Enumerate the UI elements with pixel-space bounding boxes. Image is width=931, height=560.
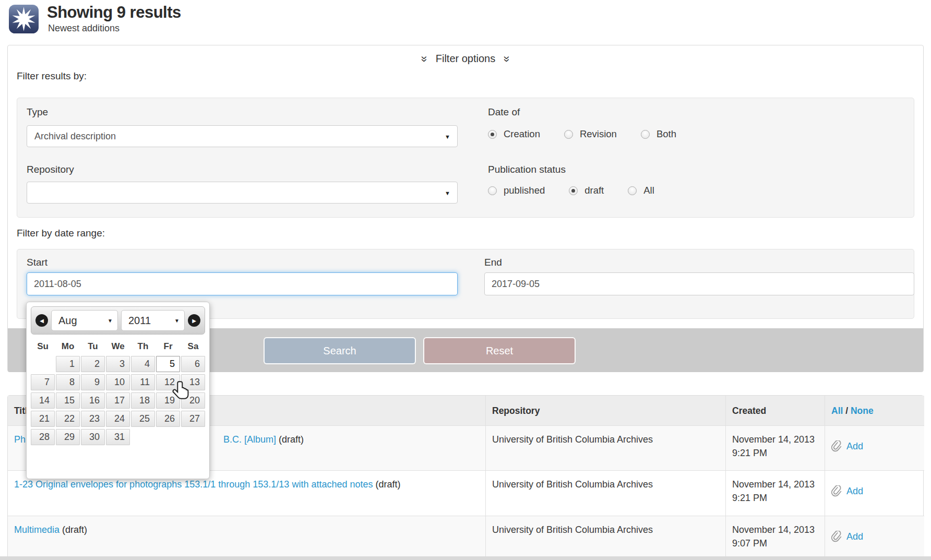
hand-cursor-icon	[172, 380, 190, 401]
search-button[interactable]: Search	[264, 337, 416, 364]
month-select-value: Aug	[58, 315, 77, 326]
day-cell[interactable]: 21	[31, 411, 55, 427]
double-chevron-down-icon: »	[501, 55, 512, 62]
day-cell[interactable]: 29	[56, 429, 80, 445]
filter-results-by-label: Filter results by:	[17, 70, 87, 82]
weekday-label: Su	[31, 341, 55, 352]
day-cell[interactable]: 8	[56, 374, 80, 390]
paperclip-icon	[831, 440, 842, 452]
date-of-radio-group: Creation Revision Both	[488, 128, 700, 140]
radio-button[interactable]	[488, 130, 497, 139]
radio-label: Both	[657, 128, 676, 140]
end-date-input[interactable]	[484, 272, 914, 295]
radio-option-creation[interactable]: Creation	[488, 128, 540, 140]
day-cell[interactable]: 4	[131, 356, 155, 372]
day-cell[interactable]: 5	[156, 356, 180, 372]
status-badge: (draft)	[279, 434, 304, 445]
day-cell[interactable]: 7	[31, 374, 55, 390]
radio-option-published[interactable]: published	[488, 185, 545, 196]
day-cell[interactable]: 11	[131, 374, 155, 390]
publication-status-label: Publication status	[488, 164, 566, 175]
end-date-label: End	[484, 257, 502, 268]
add-link[interactable]: Add	[846, 530, 863, 543]
day-cell[interactable]: 14	[31, 392, 55, 409]
day-cell[interactable]: 26	[156, 411, 180, 427]
date-of-label: Date of	[488, 106, 520, 118]
result-title-link[interactable]: 1-23 Original envelopes for photographs …	[14, 479, 373, 490]
day-cell-empty	[131, 429, 155, 445]
double-chevron-down-icon: »	[419, 55, 430, 62]
radio-button[interactable]	[569, 186, 578, 195]
filter-options-label: Filter options	[436, 53, 496, 65]
radio-label: Revision	[580, 128, 617, 140]
radio-button[interactable]	[564, 130, 573, 139]
radio-button[interactable]	[628, 186, 637, 195]
radio-option-draft[interactable]: draft	[569, 185, 604, 196]
paperclip-icon	[831, 485, 842, 497]
filter-options-toggle[interactable]: » Filter options »	[8, 45, 923, 65]
start-date-input[interactable]	[27, 272, 458, 295]
add-link[interactable]: Add	[846, 484, 863, 498]
result-title-link[interactable]: Ph	[14, 434, 26, 445]
type-select[interactable]: Archival description ▼	[27, 125, 458, 147]
day-cell-empty	[181, 429, 205, 445]
day-cell[interactable]: 31	[106, 429, 130, 445]
radio-label: Creation	[504, 128, 540, 140]
repository-select[interactable]: ▼	[27, 182, 458, 204]
table-row-action: Add	[825, 516, 924, 557]
column-header-select: All / None	[825, 396, 924, 426]
day-cell[interactable]: 25	[131, 411, 155, 427]
day-cell[interactable]: 6	[181, 356, 205, 372]
radio-option-both[interactable]: Both	[641, 128, 676, 140]
start-date-label: Start	[27, 257, 47, 268]
day-cell[interactable]: 17	[106, 392, 130, 409]
day-cell[interactable]: 24	[106, 411, 130, 427]
radio-option-revision[interactable]: Revision	[564, 128, 617, 140]
table-row-created: November 14, 2013 9:21 PM	[726, 471, 825, 516]
prev-month-button[interactable]: ◀	[35, 314, 48, 327]
next-month-button[interactable]: ▶	[188, 314, 200, 327]
day-cell[interactable]: 27	[181, 411, 205, 427]
year-select[interactable]: 2011 ▼	[121, 310, 185, 331]
day-cell[interactable]: 2	[81, 356, 105, 372]
result-title-link[interactable]: B.C. [Album]	[223, 434, 276, 445]
prev-arrow-icon: ◀	[40, 318, 44, 324]
radio-button[interactable]	[488, 186, 497, 195]
radio-button[interactable]	[641, 130, 650, 139]
day-cell[interactable]: 9	[81, 374, 105, 390]
table-row-title: Multimedia (draft)	[8, 516, 486, 557]
day-cell[interactable]: 15	[56, 392, 80, 409]
radio-option-all[interactable]: All	[628, 185, 654, 196]
day-cell[interactable]: 10	[106, 374, 130, 390]
weekday-label: Tu	[81, 341, 105, 352]
month-select[interactable]: Aug ▼	[51, 310, 118, 331]
column-header-repository[interactable]: Repository	[486, 396, 726, 426]
column-header-created[interactable]: Created	[726, 396, 825, 426]
day-cell[interactable]: 18	[131, 392, 155, 409]
table-row-created: November 14, 2013 9:21 PM	[726, 426, 825, 471]
day-cell[interactable]: 23	[81, 411, 105, 427]
select-none-link[interactable]: None	[851, 406, 874, 416]
day-cell[interactable]: 22	[56, 411, 80, 427]
logo-starburst-icon[interactable]	[7, 4, 40, 34]
day-cell[interactable]: 30	[81, 429, 105, 445]
result-title-link[interactable]: Multimedia	[14, 525, 59, 535]
weekday-label: We	[106, 341, 130, 352]
weekday-label: Th	[131, 341, 155, 352]
day-cell[interactable]: 1	[56, 356, 80, 372]
day-cell[interactable]: 28	[31, 429, 55, 445]
page-title: Showing 9 results	[47, 3, 181, 22]
day-cell[interactable]: 3	[106, 356, 130, 372]
repository-label: Repository	[27, 164, 74, 175]
table-row-repository: University of British Columbia Archives	[486, 516, 726, 557]
reset-button[interactable]: Reset	[423, 337, 576, 364]
add-link[interactable]: Add	[846, 439, 863, 453]
next-arrow-icon: ▶	[192, 318, 196, 324]
day-cell-empty	[156, 429, 180, 445]
select-separator: /	[843, 406, 851, 416]
day-cell[interactable]: 16	[81, 392, 105, 409]
radio-label: All	[643, 185, 654, 196]
table-row-action: Add	[825, 426, 924, 471]
datepicker-weekday-row: SuMoTuWeThFrSa	[31, 341, 205, 352]
select-all-link[interactable]: All	[831, 406, 843, 416]
